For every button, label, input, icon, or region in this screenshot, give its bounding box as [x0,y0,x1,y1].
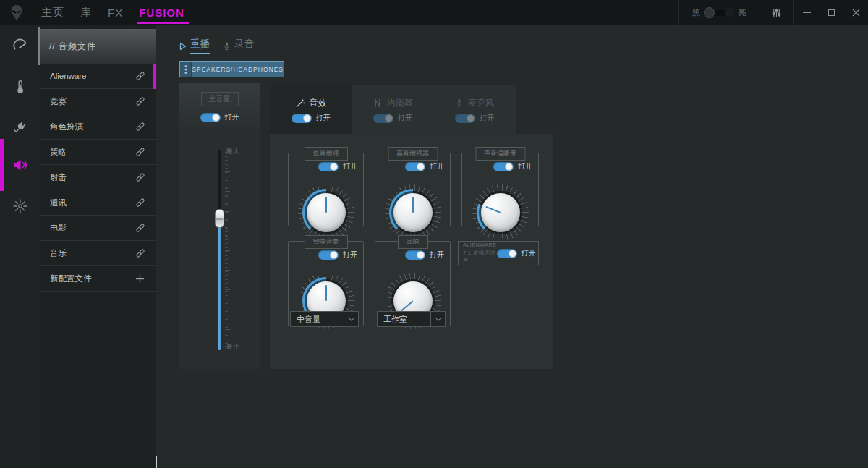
toggle-switch[interactable] [200,113,221,122]
toggle-switch[interactable] [405,162,425,171]
theme-switch-end [725,8,734,17]
slider-ticks-major [225,152,230,349]
profile-row[interactable]: 音乐 [40,241,156,266]
rail-item-power[interactable] [0,107,40,148]
toggle-switch[interactable] [318,162,339,171]
tab-microphone[interactable]: 麦克风 打开 [434,85,516,134]
profiles-sidebar: // 音频文件 Alienware竞赛角色扮演策略射击通讯电影音乐新配置文件 [40,25,156,468]
equalizer-toggle[interactable]: 打开 [373,113,412,123]
nav-fx[interactable]: FX [100,0,131,25]
close-button[interactable] [843,0,868,25]
link-profile-button[interactable] [124,190,156,215]
theme-dark-label: 黑 [692,7,700,18]
alienware-logo[interactable] [0,4,33,22]
theme-switch[interactable] [705,10,733,16]
rail-item-thermal[interactable] [0,67,40,107]
voice-clarity-knob[interactable] [481,193,520,232]
toggle-knob [417,251,425,259]
tab-playback[interactable]: 重播 [179,38,210,54]
toggle-switch[interactable] [493,162,514,171]
bass-boost-label: 低音增强 [305,147,348,161]
rail-item-audio[interactable] [0,145,40,185]
tab-microphone-label: 麦克风 [468,97,494,109]
maximize-button[interactable] [819,0,843,25]
toggle-switch[interactable] [292,114,312,123]
tab-equalizer[interactable]: 均衡器 打开 [352,85,433,134]
sliders-icon [771,7,782,18]
plus-icon [135,274,145,284]
theme-toggle[interactable]: 黑 亮 [679,0,759,25]
microphone-icon [456,98,464,108]
voice-clarity-toggle[interactable]: 打开 [493,161,532,171]
volume-slider-thumb[interactable] [215,209,224,228]
smart-volume-toggle[interactable]: 打开 [318,250,357,260]
close-icon [852,9,860,17]
profile-row[interactable]: Alienware [40,64,156,89]
tab-recording[interactable]: 录音 [223,38,254,54]
profile-row[interactable]: 角色扮演 [40,114,156,140]
treble-booster-toggle[interactable]: 打开 [405,161,444,171]
reverb-dropdown[interactable]: 工作室 [377,311,446,327]
nav-fusion[interactable]: FUSION [131,0,192,25]
toggle-knob [467,114,475,122]
surround-71-toggle[interactable]: 打开 [497,248,536,258]
link-profile-button[interactable] [124,64,156,88]
minimize-button[interactable] [794,0,819,25]
bass-boost-group: 低音增强 打开 [288,153,364,226]
link-profile-button[interactable] [124,241,156,265]
theme-switch-knob[interactable] [704,7,715,18]
toggle-switch[interactable] [373,114,393,123]
link-profile-button[interactable] [124,114,156,139]
profile-row[interactable]: 射击 [40,165,156,190]
playback-record-tabs: 重播 录音 [179,38,254,54]
profile-row[interactable]: 电影 [40,216,156,241]
toggle-switch[interactable] [497,249,517,258]
toggle-label: 打开 [225,112,239,122]
master-volume-slider[interactable] [209,150,231,350]
tab-sound-effects[interactable]: 音效 打开 [270,85,352,134]
link-profile-button[interactable] [124,216,156,240]
profile-row[interactable]: 策略 [40,140,156,165]
profile-label: 通讯 [40,190,124,215]
reverb-toggle[interactable]: 打开 [405,250,444,260]
master-volume-toggle[interactable]: 打开 [200,112,239,122]
rail-item-overclock[interactable] [0,25,40,66]
microphone-toggle[interactable]: 打开 [455,113,494,123]
voice-clarity-label: 声音清晰度 [475,147,525,161]
magic-wand-icon [295,98,305,109]
toggle-knob [505,163,513,171]
profile-row[interactable]: 通讯 [40,190,156,216]
smart-volume-dropdown[interactable]: 中音量 [290,311,359,327]
settings-sliders-button[interactable] [760,0,793,25]
maximize-icon [828,9,835,16]
toggle-switch[interactable] [318,250,339,260]
nav-home[interactable]: 主页 [33,0,72,25]
bass-boost-toggle[interactable]: 打开 [318,161,357,171]
profile-label: 新配置文件 [40,266,124,291]
profile-row[interactable]: 竞赛 [40,89,156,114]
link-icon [135,197,146,208]
toggle-switch[interactable] [455,114,475,123]
toggle-switch[interactable] [405,250,425,260]
tab-equalizer-label: 均衡器 [386,97,412,109]
dropdown-button[interactable] [344,312,358,326]
bass-boost-knob[interactable] [307,193,346,232]
link-profile-button[interactable] [124,140,156,164]
nav-library[interactable]: 库 [72,0,100,25]
dropdown-button[interactable] [430,312,445,326]
knob-pointer [326,197,327,213]
smart-volume-label: 智能音量 [305,235,348,249]
link-profile-button[interactable] [124,89,156,114]
content-scrollbar-thumb[interactable] [156,456,157,468]
add-profile-button[interactable] [124,266,156,291]
link-profile-button[interactable] [124,165,156,190]
profile-row[interactable]: 新配置文件 [40,266,156,292]
rail-item-lighting[interactable] [0,186,40,226]
toggle-knob [330,163,338,171]
profile-list: Alienware竞赛角色扮演策略射击通讯电影音乐新配置文件 [40,64,156,292]
light-burst-icon [12,197,29,215]
speakers-headphones-button[interactable]: SPEAKERS/HEADPHONES [179,61,284,77]
top-nav: 主页 库 FX FUSION [33,0,192,25]
sound-effects-toggle[interactable]: 打开 [292,113,331,123]
treble-booster-knob[interactable] [393,193,433,232]
